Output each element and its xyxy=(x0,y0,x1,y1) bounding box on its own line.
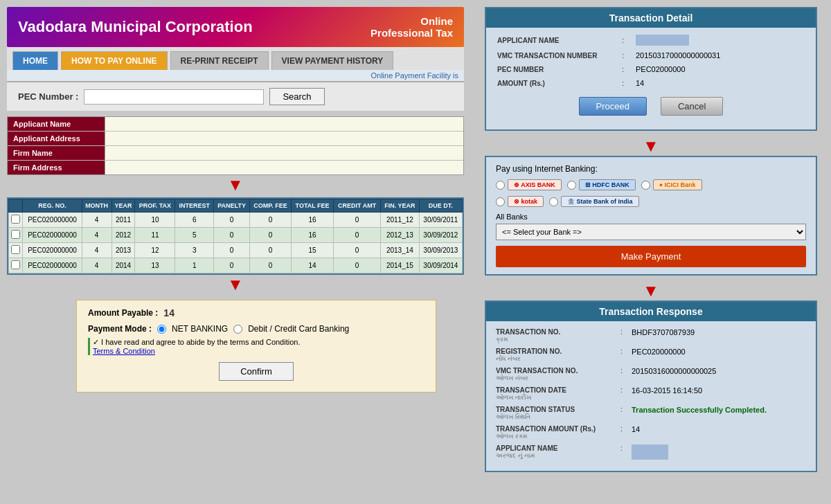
bank-kotak-radio[interactable] xyxy=(496,197,505,206)
tr-sub-label: નોંધ નંબર xyxy=(496,355,620,363)
info-row-firm-name: Firm Name xyxy=(8,146,463,161)
row-checkbox[interactable] xyxy=(9,258,23,273)
row-prof-tax: 11 xyxy=(135,228,175,243)
row-due-dt: 30/09/2013 xyxy=(419,243,462,258)
tr-val: 14 xyxy=(632,425,806,440)
bank-axis-radio[interactable] xyxy=(496,181,505,190)
row-checkbox[interactable] xyxy=(9,228,23,243)
arrow1: ▼ xyxy=(7,175,464,195)
make-payment-button[interactable]: Make Payment xyxy=(496,246,806,267)
row-checkbox[interactable] xyxy=(9,213,23,228)
row-credit-amt: 0 xyxy=(334,243,381,258)
row-month: 4 xyxy=(82,228,111,243)
transaction-detail-box: Transaction Detail APPLICANT NAME : VMC … xyxy=(485,7,817,131)
tr-field-row: TRANSACTION DATE ઓળખ તારીખ : 16-03-2015 … xyxy=(496,386,806,402)
search-row: PEC Number : Search xyxy=(7,81,464,111)
bank-icici-radio[interactable] xyxy=(641,181,650,190)
row-due-dt: 30/09/2011 xyxy=(419,213,462,228)
row-total-fee: 16 xyxy=(292,228,334,243)
tr-sub-label: અરજ્દ નું નામ xyxy=(496,452,620,460)
td-val: 20150317000000000031 xyxy=(636,51,805,60)
th-year: YEAR xyxy=(111,199,135,213)
terms-text: ✓ I have read and agree to abide by the … xyxy=(93,338,300,346)
nav-home[interactable]: HOME xyxy=(12,51,58,70)
th-interest: INTEREST xyxy=(175,199,214,213)
transaction-detail-title: Transaction Detail xyxy=(486,8,816,28)
tr-label-wrap: APPLICANT NAME અરજ્દ નું નામ xyxy=(496,444,620,460)
td-label: AMOUNT (Rs.) xyxy=(497,80,622,87)
bank-kotak: ⊗ kotak xyxy=(496,196,544,207)
row-reg: PEC020000000 xyxy=(23,228,82,243)
tr-main-label: TRANSACTION DATE xyxy=(496,386,620,394)
row-fin-year: 2012_13 xyxy=(381,228,420,243)
nav-payment-history[interactable]: VIEW PAYMENT HISTORY xyxy=(271,51,394,70)
nav-how-to-pay[interactable]: HOW TO PAY ONLINE xyxy=(61,51,168,70)
tr-label-wrap: TRANSACTION NO. ક્રમ xyxy=(496,328,620,343)
bank-sbi-radio[interactable] xyxy=(549,197,558,206)
cancel-button[interactable]: Cancel xyxy=(661,97,723,116)
row-checkbox[interactable] xyxy=(9,243,23,258)
th-panelty: PANELTY xyxy=(214,199,250,213)
row-interest: 5 xyxy=(175,228,214,243)
table-row: PEC020000000 4 2012 11 5 0 0 16 0 2012_1… xyxy=(9,228,463,243)
tr-val-success: Transaction Successfully Completed. xyxy=(632,406,806,421)
bank-axis: ⊕ AXIS BANK xyxy=(496,179,562,190)
info-value-firm-address xyxy=(105,161,463,174)
nav-bar: HOME HOW TO PAY ONLINE RE-PRINT RECEIPT … xyxy=(7,47,464,70)
search-input[interactable] xyxy=(84,89,264,105)
row-fin-year: 2014_15 xyxy=(381,258,420,273)
table-row: PEC020000000 4 2014 13 1 0 0 14 0 2014_1… xyxy=(9,258,463,273)
arrow3: ▼ xyxy=(485,136,817,156)
th-total-fee: TOTAL FEE xyxy=(292,199,334,213)
nav-reprint[interactable]: RE-PRINT RECEIPT xyxy=(170,51,269,70)
bank-select[interactable]: <= Select your Bank => xyxy=(496,224,806,240)
bank-axis-label: ⊕ AXIS BANK xyxy=(508,179,562,190)
online-notice: Online Payment Facility is xyxy=(7,70,464,81)
th-fin-year: FIN. YEAR xyxy=(381,199,420,213)
row-reg: PEC020000000 xyxy=(23,258,82,273)
bank-logos: ⊕ AXIS BANK ⊞ HDFC BANK ● ICICI Bank xyxy=(496,179,806,190)
th-due-dt: DUE DT. xyxy=(419,199,462,213)
tr-sub-label: ક્રમ xyxy=(496,336,620,343)
row-interest: 3 xyxy=(175,243,214,258)
tr-field-row: APPLICANT NAME અરજ્દ નું નામ : xyxy=(496,444,806,460)
tr-label-wrap: TRANSACTION STATUS ઓળખ સ્થિતિ xyxy=(496,406,620,421)
debit-card-radio[interactable] xyxy=(233,325,242,334)
td-field-row: VMC TRANSACTION NUMBER : 201503170000000… xyxy=(497,51,805,60)
tr-val: BHDF3707087939 xyxy=(632,328,806,343)
payment-amount-row: Amount Payable : 14 xyxy=(88,307,425,318)
row-credit-amt: 0 xyxy=(334,213,381,228)
info-label-applicant-address: Applicant Address xyxy=(8,132,105,145)
terms-link[interactable]: Terms & Condition xyxy=(93,347,155,355)
confirm-button[interactable]: Confirm xyxy=(219,362,294,381)
transaction-response-box: Transaction Response TRANSACTION NO. ક્ર… xyxy=(485,300,817,472)
net-banking-radio[interactable] xyxy=(157,325,166,334)
info-section: Applicant Name Applicant Address Firm Na… xyxy=(7,116,464,175)
bank-hdfc-radio[interactable] xyxy=(567,181,576,190)
proceed-button[interactable]: Proceed xyxy=(579,97,647,116)
th-checkbox xyxy=(9,199,23,213)
amount-payable-value: 14 xyxy=(163,307,175,318)
row-comp-fee: 0 xyxy=(249,228,291,243)
header-title: Vadodara Municipal Corporation xyxy=(18,18,253,36)
row-panelty: 0 xyxy=(214,243,250,258)
td-val: 14 xyxy=(636,79,805,87)
search-button[interactable]: Search xyxy=(269,88,324,105)
td-field-row: PEC NUMBER : PEC02000000 xyxy=(497,65,805,73)
data-table: REG. NO. MONTH YEAR PROF. TAX INTEREST P… xyxy=(8,199,463,273)
td-label: PEC NUMBER xyxy=(497,66,622,73)
td-field-row: APPLICANT NAME : xyxy=(497,35,805,46)
row-interest: 1 xyxy=(175,258,214,273)
tr-main-label: VMC TRANSACTION NO. xyxy=(496,367,620,375)
row-comp-fee: 0 xyxy=(249,258,291,273)
payment-box: Amount Payable : 14 Payment Mode : NET B… xyxy=(76,300,436,393)
row-due-dt: 30/09/2014 xyxy=(419,258,462,273)
data-table-wrap: REG. NO. MONTH YEAR PROF. TAX INTEREST P… xyxy=(7,197,464,275)
row-total-fee: 15 xyxy=(292,243,334,258)
td-val-blue xyxy=(636,35,689,46)
td-buttons: Proceed Cancel xyxy=(497,93,805,123)
row-comp-fee: 0 xyxy=(249,213,291,228)
net-banking-label: NET BANKING xyxy=(172,324,228,334)
th-prof-tax: PROF. TAX xyxy=(135,199,175,213)
tr-val: 20150316000000000025 xyxy=(632,367,806,382)
